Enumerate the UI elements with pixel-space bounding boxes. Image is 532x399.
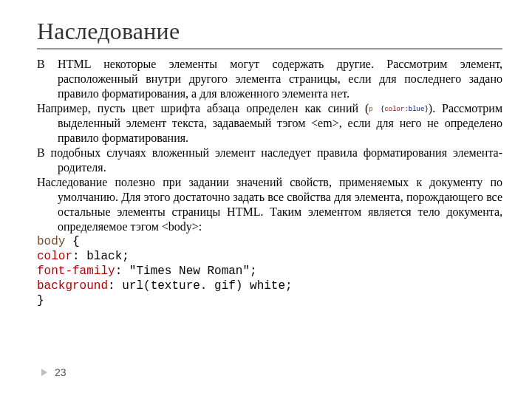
slide: Наследование В HTML некоторые элементы м… [0,0,532,399]
slide-body: В HTML некоторые элементы могут содержат… [37,57,502,308]
code-selector: body [37,235,65,248]
code-brace-open: { [65,235,79,248]
inline-property: color: [384,106,408,113]
page-number: 23 [55,366,66,378]
inline-css-rule: p {color:blue} [369,106,429,113]
code-line-3: font-family: "Times New Roman"; [37,264,502,279]
code-line-5: } [37,293,502,308]
code-line-1: body { [37,234,502,249]
code-brace-close: } [37,294,44,307]
code-val-background: : url(texture. gif) white; [108,279,293,293]
slide-footer: 23 [41,366,66,378]
code-prop-color: color [37,250,72,263]
code-val-color: : black; [72,250,129,263]
slide-title: Наследование [37,18,502,45]
inline-value: blue [409,106,425,113]
code-line-2: color: black; [37,249,502,264]
paragraph-2: Например, пусть цвет шрифта абзаца опред… [37,101,502,146]
code-line-4: background: url(texture. gif) white; [37,279,502,293]
css-code-block: body { color: black; font-family: "Times… [37,234,502,308]
paragraph-1: В HTML некоторые элементы могут содержат… [37,57,502,101]
paragraph-2-text-a: Например, пусть цвет шрифта абзаца опред… [37,102,369,115]
chevron-right-icon [41,369,47,376]
inline-selector: p [369,106,372,113]
paragraph-4: Наследование полезно при задании значени… [37,175,502,234]
code-prop-background: background [37,279,108,293]
code-val-font: : "Times New Roman"; [115,265,257,278]
code-prop-font: font-family [37,265,115,278]
title-underline [37,48,502,50]
paragraph-3: В подобных случаях вложенный элемент нас… [37,146,502,175]
